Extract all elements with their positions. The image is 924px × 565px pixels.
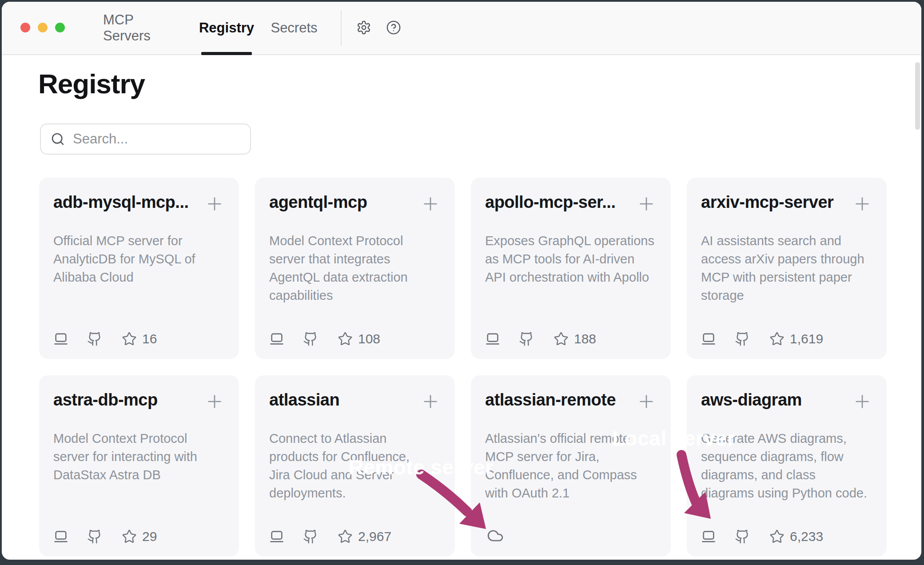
star-count: 29	[142, 529, 157, 544]
active-tab-underline	[201, 52, 252, 55]
tab-registry[interactable]: Registry	[201, 2, 252, 54]
add-server-button[interactable]	[636, 194, 657, 214]
server-description: Model Context Protocol server that integ…	[269, 232, 441, 305]
local-server-annotation-badge: Local server	[570, 418, 777, 459]
add-server-button[interactable]	[852, 194, 872, 214]
vertical-scrollbar-thumb[interactable]	[915, 62, 920, 130]
local-server-laptop-icon	[53, 529, 68, 544]
page-title: Registry	[38, 68, 145, 100]
star-count: 16	[142, 331, 157, 346]
local-server-laptop-icon	[701, 331, 716, 346]
server-card[interactable]: adb-mysql-mcp... Official MCP server for…	[39, 178, 239, 359]
github-icon[interactable]	[735, 331, 750, 346]
server-card[interactable]: aws-diagram Generate AWS diagrams, seque…	[687, 375, 887, 557]
server-description: AI assistants search and access arXiv pa…	[701, 232, 872, 305]
traffic-light-zoom[interactable]	[55, 23, 65, 32]
server-card-grid: adb-mysql-mcp... Official MCP server for…	[39, 178, 887, 557]
remote-server-annotation-badge: Remote server	[319, 446, 523, 488]
add-server-button[interactable]	[204, 194, 225, 214]
server-name: atlassian-remote	[485, 390, 616, 410]
server-description: Model Context Protocol server for intera…	[53, 430, 225, 484]
star-count: 1,619	[790, 331, 823, 346]
star-count: 2,967	[358, 529, 391, 544]
star-icon	[338, 331, 353, 346]
github-icon[interactable]	[303, 331, 318, 346]
github-icon[interactable]	[87, 529, 102, 544]
search-input[interactable]	[73, 131, 233, 147]
titlebar: MCP Servers Registry Secrets	[2, 2, 921, 55]
add-server-button[interactable]	[204, 391, 225, 412]
traffic-light-close[interactable]	[20, 23, 30, 32]
server-card[interactable]: agentql-mcp Model Context Protocol serve…	[255, 178, 455, 359]
tab-mcp-servers[interactable]: MCP Servers	[103, 2, 171, 54]
server-name: agentql-mcp	[269, 193, 367, 212]
local-server-laptop-icon	[53, 331, 68, 346]
server-name: apollo-mcp-ser...	[485, 193, 615, 212]
local-server-laptop-icon	[485, 331, 500, 346]
star-icon	[338, 529, 353, 544]
local-server-laptop-icon	[269, 331, 284, 346]
server-name: aws-diagram	[701, 390, 802, 410]
star-count: 108	[358, 331, 380, 346]
github-icon[interactable]	[519, 331, 534, 346]
local-server-laptop-icon	[269, 529, 284, 544]
server-name: arxiv-mcp-server	[701, 193, 833, 212]
server-card[interactable]: astra-db-mcp Model Context Protocol serv…	[39, 375, 239, 557]
help-icon[interactable]	[386, 20, 401, 35]
star-count: 6,233	[790, 529, 823, 544]
server-name: astra-db-mcp	[53, 390, 158, 410]
add-server-button[interactable]	[852, 391, 872, 412]
star-icon	[122, 331, 137, 346]
server-card[interactable]: apollo-mcp-ser... Exposes GraphQL operat…	[471, 178, 671, 359]
github-icon[interactable]	[303, 529, 318, 544]
tab-secrets[interactable]: Secrets	[271, 2, 317, 54]
titlebar-divider	[341, 11, 342, 45]
github-icon[interactable]	[87, 331, 102, 346]
local-server-laptop-icon	[701, 529, 716, 544]
star-count: 188	[574, 331, 596, 346]
star-icon	[769, 331, 785, 346]
server-description: Official MCP server for AnalyticDB for M…	[53, 232, 225, 286]
star-icon	[769, 529, 785, 544]
search-box	[40, 123, 251, 155]
server-card[interactable]: arxiv-mcp-server AI assistants search an…	[687, 178, 887, 359]
settings-gear-icon[interactable]	[356, 20, 371, 35]
add-server-button[interactable]	[636, 391, 657, 412]
github-icon[interactable]	[735, 529, 750, 544]
add-server-button[interactable]	[420, 391, 441, 412]
star-icon	[122, 529, 137, 544]
star-icon	[554, 331, 569, 346]
remote-server-cloud-icon	[485, 527, 506, 544]
server-description: Exposes GraphQL operations as MCP tools …	[485, 232, 657, 286]
server-name: atlassian	[269, 390, 339, 410]
server-name: adb-mysql-mcp...	[53, 193, 189, 212]
add-server-button[interactable]	[420, 194, 441, 214]
search-icon	[51, 132, 65, 146]
traffic-light-minimize[interactable]	[38, 23, 48, 32]
